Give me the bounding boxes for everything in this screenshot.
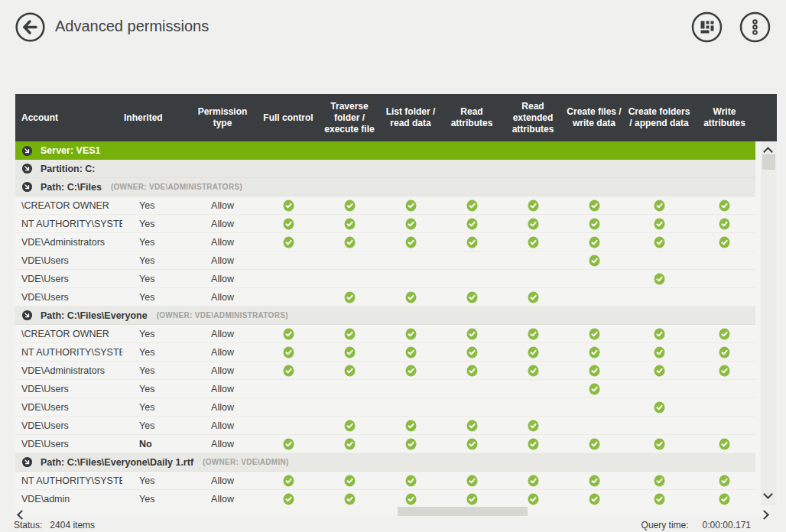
back-button[interactable]: [15, 12, 45, 42]
group-row[interactable]: Path: C:\Files(OWNER: VDE\ADMINISTRATORS…: [15, 178, 755, 196]
check-icon: [654, 401, 665, 414]
permission-flag-cell: [258, 493, 319, 505]
permission-row[interactable]: \CREATOR OWNERYesAllow: [15, 325, 755, 343]
check-icon: [528, 328, 539, 340]
column-header-read-attributes[interactable]: Read attributes: [441, 106, 502, 129]
check-icon: [283, 438, 294, 450]
permission-row[interactable]: VDE\adminYesAllow: [15, 490, 755, 505]
check-icon: [654, 438, 665, 450]
horizontal-scroll-thumb[interactable]: [398, 507, 528, 516]
check-icon: [466, 328, 478, 340]
group-row[interactable]: Path: C:\Files\Everyone(OWNER: VDE\ADMIN…: [15, 307, 755, 325]
check-icon: [344, 218, 356, 230]
query-time-value: 0:00:00.171: [703, 520, 751, 530]
permission-flag-cell: [625, 328, 693, 340]
permission-row[interactable]: NT AUTHORITY\SYSTEMYesAllow: [15, 215, 755, 233]
check-icon: [466, 200, 478, 212]
check-icon: [405, 346, 417, 358]
column-header-inherited[interactable]: Inherited: [122, 112, 187, 124]
permission-flag-cell: [380, 291, 441, 303]
column-header-write-attributes[interactable]: Write attributes: [693, 106, 755, 129]
permission-row[interactable]: VDE\UsersYesAllow: [15, 417, 755, 435]
permission-row[interactable]: VDE\UsersYesAllow: [15, 251, 755, 270]
account-cell: VDE\Users: [15, 274, 122, 284]
column-header-full-control[interactable]: Full control: [258, 112, 319, 124]
check-icon: [344, 475, 356, 487]
permission-row[interactable]: NT AUTHORITY\SYSTEMYesAllow: [15, 472, 755, 490]
permission-flag-cell: [319, 493, 380, 505]
check-icon: [589, 383, 600, 395]
collapse-arrow-icon[interactable]: [21, 145, 33, 157]
column-header-traverse-folder-execute-file[interactable]: Traverse folder / execute file: [319, 101, 380, 135]
permission-row[interactable]: VDE\UsersYesAllow: [15, 288, 755, 307]
column-header-create-folders-append-data[interactable]: Create folders / append data: [625, 106, 693, 129]
permission-row[interactable]: VDE\AdministratorsYesAllow: [15, 233, 755, 251]
permission-flag-cell: [502, 328, 564, 340]
permission-flag-cell: [319, 200, 380, 212]
status-bar: Status: 2404 items Query time: 0:00:00.1…: [0, 517, 786, 532]
check-icon: [719, 475, 730, 487]
collapse-arrow-icon[interactable]: [21, 310, 33, 321]
permission-flag-cell: [502, 200, 564, 212]
table-header-row: AccountInheritedPermission typeFull cont…: [15, 94, 777, 141]
column-header-read-extended-attributes[interactable]: Read extended attributes: [502, 101, 564, 135]
permission-row[interactable]: VDE\UsersNoAllow: [15, 435, 755, 453]
permission-row[interactable]: NT AUTHORITY\SYSTEMYesAllow: [15, 343, 755, 362]
check-icon: [654, 346, 665, 358]
permission-flag-cell: [502, 475, 564, 487]
inherited-cell: Yes: [122, 200, 187, 211]
check-icon: [528, 291, 539, 303]
check-icon: [589, 438, 600, 450]
check-icon: [589, 493, 600, 505]
group-label: Path: C:\Files\Everyone\Daily 1.rtf: [41, 457, 193, 468]
permission-flag-cell: [258, 438, 319, 450]
permission-row[interactable]: VDE\UsersYesAllow: [15, 270, 755, 288]
horizontal-scrollbar[interactable]: [15, 505, 771, 517]
layout-grid-button[interactable]: [691, 11, 723, 43]
inherited-cell: Yes: [122, 494, 187, 504]
more-options-button[interactable]: [739, 11, 771, 43]
permission-flag-cell: [564, 328, 625, 340]
permission-flag-cell: [258, 236, 319, 248]
check-icon: [654, 493, 665, 505]
permission-type-cell: Allow: [187, 219, 258, 229]
permission-flag-cell: [319, 328, 380, 340]
group-owner: (OWNER: VDE\ADMIN): [203, 458, 289, 466]
check-icon: [283, 236, 294, 248]
permission-row[interactable]: VDE\AdministratorsYesAllow: [15, 362, 755, 380]
permission-flag-cell: [258, 475, 319, 487]
group-row[interactable]: Partition: C:: [15, 160, 755, 178]
check-icon: [528, 365, 539, 377]
permission-flag-cell: [319, 365, 380, 377]
collapse-arrow-icon[interactable]: [21, 163, 33, 174]
collapse-arrow-icon[interactable]: [21, 456, 33, 468]
column-header-permission-type[interactable]: Permission type: [187, 106, 258, 129]
table-rows: Server: VES1Partition: C:Path: C:\Files(…: [15, 141, 755, 505]
permission-row[interactable]: VDE\UsersYesAllow: [15, 398, 755, 417]
permission-flag-cell: [441, 365, 502, 377]
check-icon: [283, 200, 294, 212]
permission-flag-cell: [625, 346, 693, 358]
group-row[interactable]: Server: VES1: [15, 141, 755, 160]
vertical-scrollbar[interactable]: [761, 141, 777, 505]
permission-flag-cell: [380, 218, 441, 230]
column-header-create-files-write-data[interactable]: Create files / write data: [564, 106, 625, 129]
back-arrow-icon: [15, 12, 45, 42]
collapse-arrow-icon[interactable]: [21, 181, 33, 193]
check-icon: [719, 200, 730, 212]
permission-row[interactable]: VDE\UsersYesAllow: [15, 380, 755, 398]
column-header-list-folder-read-data[interactable]: List folder / read data: [380, 106, 441, 129]
permission-flag-cell: [564, 200, 625, 212]
group-row[interactable]: Path: C:\Files\Everyone\Daily 1.rtf(OWNE…: [15, 453, 755, 472]
check-icon: [344, 328, 356, 340]
column-header-account[interactable]: Account: [15, 112, 122, 124]
vertical-scroll-thumb[interactable]: [762, 154, 775, 170]
scroll-down-icon[interactable]: [765, 487, 771, 501]
permission-type-cell: Allow: [187, 420, 258, 431]
inherited-cell: Yes: [122, 384, 187, 394]
group-label: Path: C:\Files\Everyone: [41, 310, 148, 321]
permission-row[interactable]: \CREATOR OWNERYesAllow: [15, 196, 755, 215]
check-icon: [466, 236, 478, 248]
permission-flag-cell: [625, 218, 693, 230]
check-icon: [654, 236, 665, 248]
